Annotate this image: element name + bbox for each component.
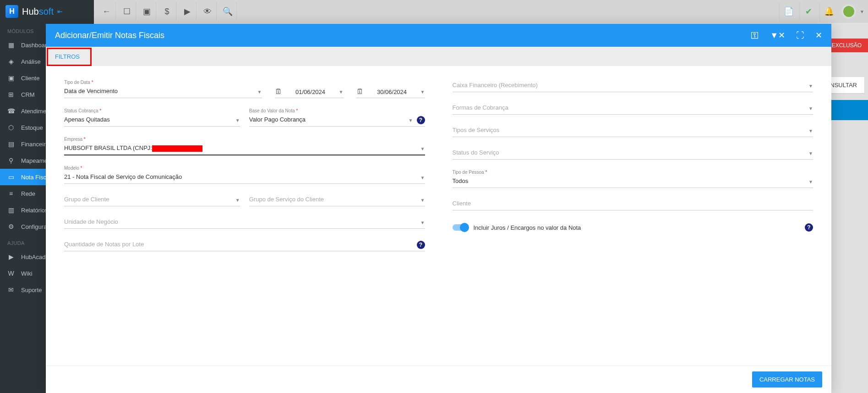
nav-label: Rede <box>21 190 35 197</box>
cliente-input[interactable]: Cliente <box>453 198 813 210</box>
empresa-value: HUBSOFT BRASIL LTDA (CNPJ: <box>64 144 420 153</box>
incluir-juros-row: Incluir Juros / Encargos no valor da Not… <box>453 221 813 232</box>
notifications-icon[interactable]: 🔔 <box>819 2 838 21</box>
field-qtd-notas: Quantidade de Notas por Lote ? <box>64 239 425 251</box>
chevron-down-icon: ▼ <box>420 175 425 180</box>
chevron-down-icon: ▼ <box>235 198 240 203</box>
grupo-servico-select[interactable]: Grupo de Serviço do Cliente ▼ <box>249 194 425 206</box>
chevron-down-icon: ▼ <box>235 118 240 123</box>
rede-icon: ≡ <box>7 190 15 197</box>
sidebar-collapse-icon[interactable]: ⇤ <box>57 8 63 15</box>
estoque-icon: ⬡ <box>7 124 15 131</box>
pdf-icon[interactable]: 📄 <box>779 2 797 21</box>
formas-cobranca-select[interactable]: Formas de Cobrança ▼ <box>453 102 813 115</box>
check-ok-icon[interactable]: ✔ <box>799 2 818 21</box>
help-incluir-juros-icon[interactable]: ? <box>805 223 813 232</box>
status-servico-select[interactable]: Status do Serviço ▼ <box>453 147 813 160</box>
logo-hub: Hub <box>22 6 39 17</box>
calendar-icon: 🗓 <box>275 88 282 96</box>
tipo-data-select[interactable]: Data de Vencimento ▼ <box>64 86 262 98</box>
calendar-icon: 🗓 <box>356 88 364 96</box>
dollar-icon[interactable]: $ <box>158 2 176 21</box>
status-servico-placeholder: Status do Serviço <box>453 149 809 157</box>
nav-label: Suporte <box>21 287 42 293</box>
empresa-select[interactable]: HUBSOFT BRASIL LTDA (CNPJ: ▼ <box>64 143 425 155</box>
incluir-juros-label: Incluir Juros / Encargos no valor da Not… <box>474 224 581 231</box>
field-status-servico: Status do Serviço ▼ <box>453 147 813 160</box>
data-inicio-input[interactable]: 🗓 01/06/2024 ▼ <box>275 86 344 98</box>
configuracoes-icon: ⚙ <box>7 223 15 230</box>
chevron-down-icon: ▼ <box>420 220 425 225</box>
modal-title: Adicionar/Emitir Notas Fiscais <box>55 31 164 40</box>
user-menu[interactable] <box>840 2 858 21</box>
chevron-down-icon: ▼ <box>808 128 813 133</box>
field-grupo-cliente: Grupo de Cliente ▼ <box>64 194 240 206</box>
formas-cobranca-placeholder: Formas de Cobrança <box>453 104 809 112</box>
analise-icon: ◈ <box>7 58 15 65</box>
unidade-negocio-placeholder: Unidade de Negócio <box>64 218 420 227</box>
qtd-notas-input[interactable]: Quantidade de Notas por Lote ? <box>64 239 425 251</box>
nav-label: Financeiro <box>21 141 49 148</box>
nav-label: Cliente <box>21 75 39 82</box>
status-cobranca-select[interactable]: Apenas Quitadas ▼ <box>64 114 240 127</box>
crm-icon: ⊞ <box>7 91 15 98</box>
avatar <box>841 4 856 19</box>
fullscreen-icon[interactable]: ⛶ <box>796 31 804 40</box>
field-data-inicio: 🗓 01/06/2024 ▼ <box>275 86 344 98</box>
tipo-data-value: Data de Vencimento <box>64 88 257 96</box>
chevron-down-icon: ▼ <box>420 89 425 94</box>
search-icon[interactable]: 🔍 <box>218 2 237 21</box>
close-icon[interactable]: ✕ <box>815 30 822 40</box>
nav-label: Relatórios <box>21 207 48 214</box>
mapeamento-icon: ⚲ <box>7 157 15 164</box>
modal-footer: CARREGAR NOTAS <box>46 365 831 393</box>
back-button[interactable]: ← <box>98 2 116 21</box>
nav-label: Estoque <box>21 124 43 131</box>
modelo-select[interactable]: 21 - Nota Fiscal de Serviço de Comunicaç… <box>64 172 425 184</box>
help-qtd-notas-icon[interactable]: ? <box>417 241 425 249</box>
calendar-today-icon[interactable]: ▣ <box>138 2 156 21</box>
tipo-data-label: Tipo de Data <box>64 80 262 85</box>
toggle-knob <box>460 223 469 232</box>
field-tipo-data: Tipo de Data Data de Vencimento ▼ <box>64 80 262 98</box>
nav-label: CRM <box>21 91 35 98</box>
chevron-down-icon: ▼ <box>808 179 813 184</box>
data-fim-input[interactable]: 🗓 30/06/2024 ▼ <box>356 86 425 98</box>
user-menu-caret-icon[interactable]: ▼ <box>860 9 864 14</box>
atendimento-icon: ☎ <box>7 107 15 115</box>
field-modelo: Modelo 21 - Nota Fiscal de Serviço de Co… <box>64 166 425 184</box>
bg-exclusao-button[interactable]: EXCLUSÃO <box>825 39 868 52</box>
base-valor-select[interactable]: Valor Pago Cobrança ▼ ? <box>249 114 425 127</box>
tipo-pessoa-value: Todos <box>453 177 809 186</box>
grupo-servico-placeholder: Grupo de Serviço do Cliente <box>249 196 420 204</box>
grupo-cliente-select[interactable]: Grupo de Cliente ▼ <box>64 194 240 206</box>
person-icon[interactable]: ☐ <box>118 2 136 21</box>
qtd-notas-placeholder: Quantidade de Notas por Lote <box>64 241 413 249</box>
field-empresa: Empresa HUBSOFT BRASIL LTDA (CNPJ: ▼ <box>64 137 425 155</box>
modelo-label: Modelo <box>64 166 425 171</box>
chevron-down-icon: ▼ <box>808 106 813 111</box>
redacted-cnpj <box>152 145 202 152</box>
key-icon[interactable]: ⚿ <box>751 31 759 40</box>
status-cobranca-label: Status Cobrança <box>64 108 240 113</box>
chevron-down-icon: ▼ <box>257 89 262 94</box>
unidade-negocio-select[interactable]: Unidade de Negócio ▼ <box>64 216 425 229</box>
carregar-notas-button[interactable]: CARREGAR NOTAS <box>752 371 822 387</box>
field-cliente: Cliente <box>453 198 813 210</box>
help-base-valor-icon[interactable]: ? <box>417 116 425 124</box>
media-icon[interactable]: ▶ <box>178 2 197 21</box>
tipo-pessoa-select[interactable]: Todos ▼ <box>453 176 813 188</box>
tab-filtros[interactable]: FILTROS <box>46 47 89 66</box>
visibility-icon[interactable]: 👁 <box>198 2 217 21</box>
filter-reset-icon[interactable]: ▼✕ <box>770 30 785 40</box>
base-valor-value: Valor Pago Cobrança <box>249 116 409 124</box>
modal-adicionar-emitir: Adicionar/Emitir Notas Fiscais ⚿ ▼✕ ⛶ ✕ … <box>46 24 831 393</box>
chevron-down-icon: ▼ <box>808 83 813 89</box>
caixa-financeiro-select[interactable]: Caixa Financeiro (Recebimento) ▼ <box>453 80 813 92</box>
cliente-icon: ▣ <box>7 74 15 82</box>
field-tipos-servicos: Tipos de Serviços ▼ <box>453 125 813 137</box>
tipos-servicos-select[interactable]: Tipos de Serviços ▼ <box>453 125 813 137</box>
field-base-valor: Base do Valor da Nota Valor Pago Cobranç… <box>249 108 425 127</box>
incluir-juros-toggle[interactable] <box>453 224 468 231</box>
field-formas-cobranca: Formas de Cobrança ▼ <box>453 102 813 115</box>
